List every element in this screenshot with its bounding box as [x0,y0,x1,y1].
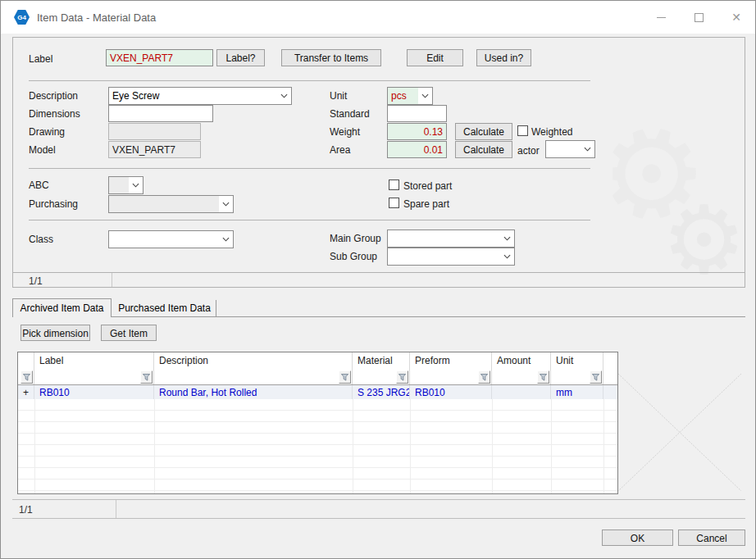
calculate-area-button[interactable]: Calculate [455,141,512,158]
filter-funnel-icon [480,374,488,381]
grid-line [551,399,552,493]
filter-cell [353,369,410,384]
chevron-down-icon [500,248,514,265]
label-question-button[interactable]: Label? [216,49,265,66]
filter-button-amount[interactable] [537,370,549,384]
drawing-input [108,123,201,140]
row-amount [492,385,551,399]
sub-group-label: Sub Group [330,251,377,262]
class-label: Class [29,234,53,245]
class-combobox[interactable] [108,230,234,248]
table-row[interactable]: + RB010 Round Bar, Hot Rolled S 235 JRG2… [18,385,617,399]
filter-funnel-icon [341,374,348,381]
grid-line [410,399,411,493]
column-header-description: Description [154,352,353,369]
filter-cell [603,369,617,384]
weight-label: Weight [330,126,360,138]
filter-cell [551,369,603,384]
filter-button-expand[interactable] [20,370,33,384]
chevron-down-icon [418,88,432,104]
unit-combobox[interactable]: pcs [387,87,433,105]
description-combobox[interactable]: Eye Screw [108,87,292,105]
filter-cell [18,369,34,384]
grid-line [34,399,35,493]
app-icon: G4 [14,10,30,25]
tab-archived-item-data[interactable]: Archived Item Data [12,298,112,317]
transfer-to-items-button[interactable]: Transfer to Items [281,49,381,66]
chevron-down-icon [129,177,143,193]
purchasing-combobox[interactable] [108,195,234,213]
filter-button-material[interactable] [396,370,408,384]
used-in-button[interactable]: Used in? [476,49,531,66]
main-group-label: Main Group [330,233,381,244]
ok-button[interactable]: OK [602,529,673,546]
abc-label: ABC [29,180,49,191]
tab-strip-line [12,316,745,317]
standard-label: Standard [330,108,370,120]
spare-part-label: Spare part [403,198,449,210]
label-input[interactable]: VXEN_PART7 [106,49,213,66]
class-value [109,231,219,248]
filter-button-description[interactable] [339,370,351,384]
stored-part-checkbox[interactable] [389,180,399,190]
get-item-button[interactable]: Get Item [101,325,157,341]
edit-button[interactable]: Edit [407,49,463,66]
factor-combobox[interactable] [545,140,595,158]
sub-group-combobox[interactable] [387,248,515,266]
unit-value: pcs [388,88,418,104]
calculate-weight-button[interactable]: Calculate [455,123,512,140]
filter-funnel-icon [23,374,30,381]
filter-funnel-icon [592,374,599,381]
cancel-button[interactable]: Cancel [678,529,745,546]
gear-icon: ⚙ [613,116,726,260]
column-header-material: Material [353,352,410,369]
filter-funnel-icon [143,374,150,381]
filter-button-preform[interactable] [478,370,490,384]
column-header-unit: Unit [551,352,603,369]
purchasing-label: Purchasing [29,198,78,210]
area-label: Area [330,144,350,156]
archived-items-table: Label Description Material Preform Amoun… [17,352,618,494]
table-filter-row [18,369,617,385]
abc-combobox[interactable] [108,176,143,194]
main-group-combobox[interactable] [387,230,515,248]
filter-cell [154,369,353,384]
row-description: Round Bar, Hot Rolled [154,385,353,399]
dimensions-input[interactable] [108,105,213,122]
dimensions-label: Dimensions [29,108,80,120]
item-data-group: ⚙ ⚙ Label VXEN_PART7 Label? Transfer to … [12,37,745,288]
tab-purchased-item-data[interactable]: Purchased Item Data [113,300,216,316]
titlebar: G4 Item Data - Material Data ✕ [1,1,755,34]
close-icon: ✕ [731,11,741,23]
separator [29,168,590,169]
close-button[interactable]: ✕ [717,1,755,34]
chevron-down-icon [219,231,233,248]
window-controls: ✕ [642,1,755,34]
row-filler [603,385,617,399]
filter-funnel-icon [398,374,406,381]
chevron-down-icon [277,88,291,104]
pager-divider [116,500,116,518]
window-title: Item Data - Material Data [37,11,156,24]
grid-line [492,399,493,493]
minimize-button[interactable] [642,1,680,34]
pager-divider [112,273,112,287]
weighted-checkbox[interactable] [517,125,528,136]
weight-input[interactable]: 0.13 [387,123,447,140]
filter-button-label[interactable] [140,370,153,384]
pick-dimension-button[interactable]: Pick dimension [20,325,90,341]
filter-button-unit[interactable] [590,370,602,384]
spare-part-checkbox[interactable] [389,198,399,208]
standard-input[interactable] [387,105,447,122]
minimize-icon [657,17,666,18]
column-header-preform: Preform [410,352,492,369]
purchasing-value [109,196,219,212]
item-data-dialog: G4 Item Data - Material Data ✕ ⚙ ⚙ Label… [0,0,756,559]
maximize-button[interactable] [680,1,717,34]
row-expand-toggle[interactable]: + [18,385,34,399]
label-field-label: Label [29,53,52,65]
maximize-icon [695,13,704,22]
preview-placeholder [618,374,741,491]
area-input[interactable]: 0.01 [387,141,447,158]
chevron-down-icon [219,196,233,212]
